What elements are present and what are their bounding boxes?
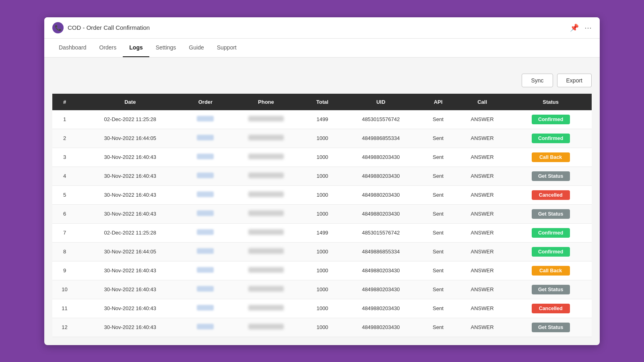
status-button[interactable]: Get Status bbox=[532, 285, 570, 294]
status-button[interactable]: Confirmed bbox=[532, 115, 570, 124]
cell-num: 2 bbox=[52, 129, 77, 148]
pin-icon[interactable]: 📌 bbox=[570, 23, 579, 32]
nav-bar: Dashboard Orders Logs Settings Guide Sup… bbox=[44, 39, 600, 58]
cell-uid: 4849880203430 bbox=[340, 167, 421, 185]
logs-table: # Date Order Phone Total UID API Call St… bbox=[52, 94, 592, 337]
title-bar-right: 📌 ⋯ bbox=[570, 23, 592, 32]
table-row: 4 30-Nov-2022 16:40:43 1000 484988020343… bbox=[52, 167, 592, 185]
cell-call: ANSWER bbox=[455, 242, 510, 261]
cell-total: 1000 bbox=[305, 280, 341, 299]
cell-order bbox=[184, 223, 228, 242]
cell-total: 1000 bbox=[305, 148, 341, 167]
status-button[interactable]: Get Status bbox=[532, 323, 570, 332]
nav-settings[interactable]: Settings bbox=[149, 39, 183, 57]
cell-call: ANSWER bbox=[455, 318, 510, 337]
cell-date: 30-Nov-2022 16:40:43 bbox=[77, 280, 184, 299]
app-title: COD - Order Call Confirmation bbox=[68, 24, 150, 31]
cell-num: 11 bbox=[52, 299, 77, 318]
cell-status: Call Back bbox=[510, 148, 592, 167]
cell-status: Confirmed bbox=[510, 223, 592, 242]
cell-phone bbox=[227, 261, 304, 280]
cell-total: 1000 bbox=[305, 242, 341, 261]
status-button[interactable]: Call Back bbox=[532, 152, 570, 162]
more-options-icon[interactable]: ⋯ bbox=[584, 23, 592, 32]
cell-num: 7 bbox=[52, 223, 77, 242]
cell-phone bbox=[227, 167, 304, 185]
cell-status: Get Status bbox=[510, 280, 592, 299]
status-button[interactable]: Call Back bbox=[532, 266, 570, 276]
cell-order bbox=[184, 167, 228, 185]
cell-order bbox=[184, 204, 228, 223]
cell-order bbox=[184, 318, 228, 337]
cell-num: 1 bbox=[52, 110, 77, 129]
cell-date: 30-Nov-2022 16:40:43 bbox=[77, 204, 184, 223]
cell-uid: 4849880203430 bbox=[340, 280, 421, 299]
table-row: 8 30-Nov-2022 16:44:05 1000 484988685533… bbox=[52, 242, 592, 261]
nav-guide[interactable]: Guide bbox=[182, 39, 210, 57]
status-button[interactable]: Cancelled bbox=[532, 304, 570, 313]
title-bar: 📞 COD - Order Call Confirmation 📌 ⋯ bbox=[44, 17, 600, 39]
cell-call: ANSWER bbox=[455, 148, 510, 167]
cell-phone bbox=[227, 299, 304, 318]
content-area: Sync Export # Date Order Phone Total UID… bbox=[44, 58, 600, 345]
cell-api: Sent bbox=[421, 261, 455, 280]
status-button[interactable]: Confirmed bbox=[532, 247, 570, 257]
status-button[interactable]: Confirmed bbox=[532, 134, 570, 143]
nav-logs[interactable]: Logs bbox=[123, 39, 149, 57]
cell-status: Get Status bbox=[510, 318, 592, 337]
cell-date: 30-Nov-2022 16:40:43 bbox=[77, 299, 184, 318]
app-icon: 📞 bbox=[52, 22, 64, 33]
cell-status: Cancelled bbox=[510, 299, 592, 318]
cell-status: Call Back bbox=[510, 261, 592, 280]
cell-date: 30-Nov-2022 16:44:05 bbox=[77, 242, 184, 261]
nav-dashboard[interactable]: Dashboard bbox=[52, 39, 93, 57]
table-row: 1 02-Dec-2022 11:25:28 1499 485301557674… bbox=[52, 110, 592, 129]
export-button[interactable]: Export bbox=[557, 74, 592, 87]
cell-call: ANSWER bbox=[455, 223, 510, 242]
cell-num: 6 bbox=[52, 204, 77, 223]
title-bar-left: 📞 COD - Order Call Confirmation bbox=[52, 22, 150, 33]
cell-order bbox=[184, 280, 228, 299]
nav-support[interactable]: Support bbox=[211, 39, 243, 57]
cell-uid: 4849880203430 bbox=[340, 185, 421, 204]
col-order: Order bbox=[184, 94, 228, 110]
cell-api: Sent bbox=[421, 110, 455, 129]
cell-date: 02-Dec-2022 11:25:28 bbox=[77, 223, 184, 242]
cell-uid: 4849880203430 bbox=[340, 299, 421, 318]
cell-date: 30-Nov-2022 16:40:43 bbox=[77, 148, 184, 167]
status-button[interactable]: Confirmed bbox=[532, 228, 570, 238]
cell-order bbox=[184, 299, 228, 318]
status-button[interactable]: Cancelled bbox=[532, 190, 570, 200]
cell-status: Get Status bbox=[510, 167, 592, 185]
cell-total: 1499 bbox=[305, 110, 341, 129]
cell-api: Sent bbox=[421, 185, 455, 204]
cell-uid: 4849880203430 bbox=[340, 261, 421, 280]
table-row: 5 30-Nov-2022 16:40:43 1000 484988020343… bbox=[52, 185, 592, 204]
cell-call: ANSWER bbox=[455, 167, 510, 185]
cell-total: 1000 bbox=[305, 129, 341, 148]
app-window: 📞 COD - Order Call Confirmation 📌 ⋯ Dash… bbox=[44, 17, 600, 345]
cell-uid: 4849880203430 bbox=[340, 148, 421, 167]
table-row: 6 30-Nov-2022 16:40:43 1000 484988020343… bbox=[52, 204, 592, 223]
sync-button[interactable]: Sync bbox=[522, 74, 553, 87]
table-row: 9 30-Nov-2022 16:40:43 1000 484988020343… bbox=[52, 261, 592, 280]
col-num: # bbox=[52, 94, 77, 110]
status-button[interactable]: Get Status bbox=[532, 171, 570, 181]
cell-num: 3 bbox=[52, 148, 77, 167]
cell-total: 1499 bbox=[305, 223, 341, 242]
cell-phone bbox=[227, 148, 304, 167]
status-button[interactable]: Get Status bbox=[532, 209, 570, 219]
cell-order bbox=[184, 185, 228, 204]
cell-phone bbox=[227, 280, 304, 299]
cell-order bbox=[184, 148, 228, 167]
cell-total: 1000 bbox=[305, 185, 341, 204]
cell-api: Sent bbox=[421, 318, 455, 337]
cell-call: ANSWER bbox=[455, 110, 510, 129]
cell-call: ANSWER bbox=[455, 299, 510, 318]
cell-order bbox=[184, 242, 228, 261]
table-row: 11 30-Nov-2022 16:40:43 1000 48498802034… bbox=[52, 299, 592, 318]
table-header-row: # Date Order Phone Total UID API Call St… bbox=[52, 94, 592, 110]
cell-uid: 4849886855334 bbox=[340, 129, 421, 148]
toolbar: Sync Export bbox=[52, 66, 592, 87]
nav-orders[interactable]: Orders bbox=[93, 39, 123, 57]
